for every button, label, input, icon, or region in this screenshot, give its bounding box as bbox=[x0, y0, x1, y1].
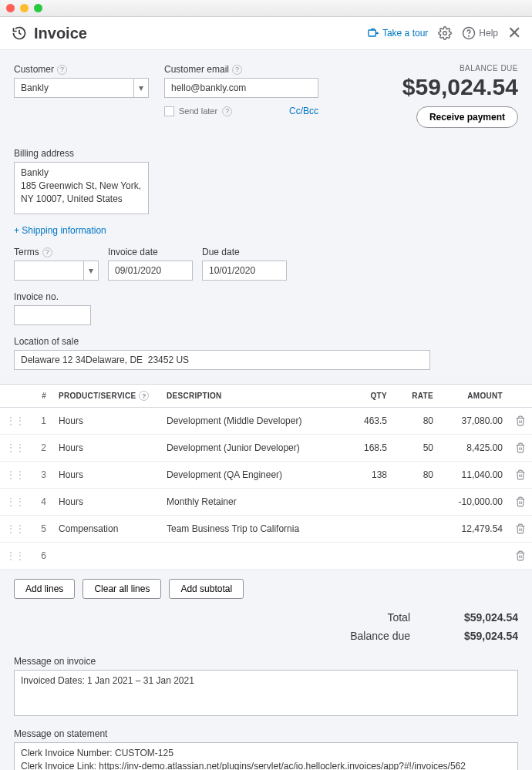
table-row[interactable]: ⋮⋮3HoursDevelopment (QA Engineer)1388011… bbox=[0, 462, 532, 489]
row-rate[interactable] bbox=[393, 489, 439, 516]
row-product[interactable]: Compensation bbox=[52, 516, 160, 543]
add-subtotal-button[interactable]: Add subtotal bbox=[169, 579, 244, 599]
take-tour-label: Take a tour bbox=[382, 28, 428, 39]
col-num: # bbox=[31, 385, 52, 408]
row-qty[interactable]: 168.5 bbox=[347, 435, 393, 462]
row-product[interactable]: Hours bbox=[52, 435, 160, 462]
help-icon[interactable]: ? bbox=[57, 65, 67, 75]
message-invoice-input[interactable] bbox=[14, 670, 518, 716]
total-label: Total bbox=[318, 611, 410, 624]
help-button[interactable]: Help bbox=[462, 26, 498, 40]
row-number: 6 bbox=[31, 543, 52, 570]
row-amount[interactable]: 8,425.00 bbox=[439, 435, 509, 462]
row-description[interactable]: Team Business Trip to California bbox=[160, 516, 347, 543]
help-icon[interactable]: ? bbox=[222, 106, 232, 116]
help-icon[interactable]: ? bbox=[139, 391, 149, 401]
row-qty[interactable]: 463.5 bbox=[347, 408, 393, 435]
trash-icon[interactable] bbox=[515, 469, 526, 480]
send-later-checkbox[interactable] bbox=[164, 106, 174, 116]
trash-icon[interactable] bbox=[515, 496, 526, 507]
row-qty[interactable] bbox=[347, 543, 393, 570]
customer-label: Customer bbox=[14, 64, 54, 75]
row-rate[interactable]: 80 bbox=[393, 408, 439, 435]
row-description[interactable] bbox=[160, 543, 347, 570]
location-label: Location of sale bbox=[14, 336, 79, 347]
window-zoom-dot[interactable] bbox=[34, 4, 42, 12]
balance-due-label: BALANCE DUE bbox=[402, 64, 518, 72]
table-row[interactable]: ⋮⋮2HoursDevelopment (Junior Developer)16… bbox=[0, 435, 532, 462]
table-row[interactable]: ⋮⋮6 bbox=[0, 543, 532, 570]
row-description[interactable]: Development (QA Engineer) bbox=[160, 462, 347, 489]
trash-icon[interactable] bbox=[515, 523, 526, 534]
drag-handle-icon[interactable]: ⋮⋮ bbox=[0, 543, 31, 570]
help-icon[interactable]: ? bbox=[42, 247, 52, 257]
drag-handle-icon[interactable]: ⋮⋮ bbox=[0, 462, 31, 489]
terms-label: Terms bbox=[14, 247, 39, 257]
row-rate[interactable]: 80 bbox=[393, 462, 439, 489]
table-row[interactable]: ⋮⋮1HoursDevelopment (Middle Developer)46… bbox=[0, 408, 532, 435]
row-rate[interactable] bbox=[393, 516, 439, 543]
terms-input[interactable] bbox=[14, 261, 83, 281]
message-statement-input[interactable] bbox=[14, 742, 518, 770]
col-amount: AMOUNT bbox=[439, 385, 509, 408]
row-product[interactable]: Hours bbox=[52, 462, 160, 489]
svg-point-1 bbox=[443, 32, 447, 35]
location-input[interactable] bbox=[14, 350, 430, 370]
row-amount[interactable]: 11,040.00 bbox=[439, 462, 509, 489]
row-qty[interactable] bbox=[347, 516, 393, 543]
window-minimize-dot[interactable] bbox=[20, 4, 29, 12]
drag-handle-icon[interactable]: ⋮⋮ bbox=[0, 489, 31, 516]
trash-icon[interactable] bbox=[515, 550, 526, 561]
row-amount[interactable] bbox=[439, 543, 509, 570]
row-description[interactable]: Monthly Retainer bbox=[160, 489, 347, 516]
due-date-input[interactable] bbox=[202, 261, 287, 281]
customer-input[interactable] bbox=[14, 78, 133, 98]
row-rate[interactable] bbox=[393, 543, 439, 570]
add-lines-button[interactable]: Add lines bbox=[14, 579, 75, 599]
row-product[interactable]: Hours bbox=[52, 408, 160, 435]
billing-address-input[interactable] bbox=[14, 162, 149, 214]
drag-handle-icon[interactable]: ⋮⋮ bbox=[0, 408, 31, 435]
row-rate[interactable]: 50 bbox=[393, 435, 439, 462]
customer-email-input[interactable] bbox=[164, 78, 318, 98]
customer-select[interactable]: ▾ bbox=[14, 78, 149, 98]
invoice-date-input[interactable] bbox=[108, 261, 193, 281]
row-qty[interactable]: 138 bbox=[347, 462, 393, 489]
trash-icon[interactable] bbox=[515, 442, 526, 453]
row-amount[interactable]: -10,000.00 bbox=[439, 489, 509, 516]
row-amount[interactable]: 37,080.00 bbox=[439, 408, 509, 435]
trash-icon[interactable] bbox=[515, 415, 526, 426]
help-label: Help bbox=[479, 28, 498, 39]
row-amount[interactable]: 12,479.54 bbox=[439, 516, 509, 543]
table-row[interactable]: ⋮⋮4HoursMonthly Retainer-10,000.00 bbox=[0, 489, 532, 516]
history-icon[interactable] bbox=[11, 25, 28, 42]
receive-payment-button[interactable]: Receive payment bbox=[416, 106, 518, 128]
ccbcc-link[interactable]: Cc/Bcc bbox=[289, 106, 318, 116]
balance-due-total-value: $59,024.54 bbox=[441, 630, 518, 642]
invoice-no-input[interactable] bbox=[14, 305, 91, 325]
row-number: 2 bbox=[31, 435, 52, 462]
terms-select[interactable]: ▾ bbox=[14, 261, 99, 281]
invoice-date-label: Invoice date bbox=[108, 247, 158, 257]
col-rate: RATE bbox=[393, 385, 439, 408]
tour-icon bbox=[367, 27, 379, 39]
shipping-info-link[interactable]: + Shipping information bbox=[14, 225, 106, 236]
window-close-dot[interactable] bbox=[6, 4, 15, 12]
row-description[interactable]: Development (Middle Developer) bbox=[160, 408, 347, 435]
message-invoice-label: Message on invoice bbox=[14, 656, 96, 667]
take-tour-link[interactable]: Take a tour bbox=[367, 27, 428, 39]
row-product[interactable]: Hours bbox=[52, 489, 160, 516]
close-button[interactable]: ✕ bbox=[507, 23, 521, 43]
drag-handle-icon[interactable]: ⋮⋮ bbox=[0, 435, 31, 462]
gear-icon[interactable] bbox=[437, 25, 453, 41]
chevron-down-icon[interactable]: ▾ bbox=[133, 78, 149, 98]
row-number: 1 bbox=[31, 408, 52, 435]
row-qty[interactable] bbox=[347, 489, 393, 516]
row-description[interactable]: Development (Junior Developer) bbox=[160, 435, 347, 462]
clear-lines-button[interactable]: Clear all lines bbox=[82, 579, 161, 599]
table-row[interactable]: ⋮⋮5CompensationTeam Business Trip to Cal… bbox=[0, 516, 532, 543]
help-icon[interactable]: ? bbox=[232, 65, 242, 75]
row-product[interactable] bbox=[52, 543, 160, 570]
drag-handle-icon[interactable]: ⋮⋮ bbox=[0, 516, 31, 543]
chevron-down-icon[interactable]: ▾ bbox=[83, 261, 99, 281]
